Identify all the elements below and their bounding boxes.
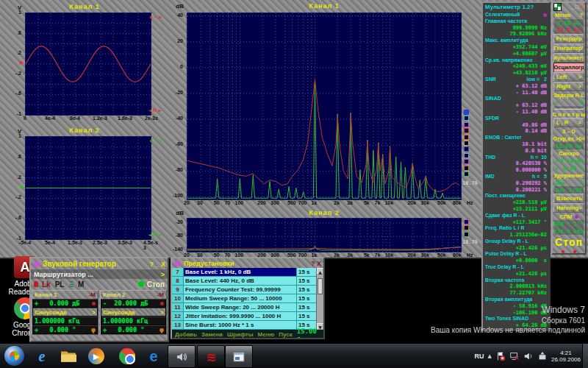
taskbar-clock[interactable]: 4:21 26.09.2006	[551, 350, 581, 363]
preset-row[interactable]: 12Jitter Imitation: 999.9990 ... 1000 H1…	[172, 312, 316, 321]
menu-value[interactable]: 10.00 ms	[554, 142, 584, 149]
generator-mode-m[interactable]: M	[78, 280, 84, 289]
close-button[interactable]: X	[317, 260, 321, 267]
menu-button[interactable]: Взвесить>	[553, 194, 584, 203]
menu-value[interactable]: БПФ * 2¹⁴	[554, 220, 584, 227]
chrome-taskbar-icon[interactable]	[118, 347, 137, 366]
preset-row[interactable]: 9Frequency Counter Test: 99.9999915 s	[172, 286, 316, 294]
menu-value[interactable]: Окт 1/24	[554, 186, 584, 194]
hidden-icons-arrow[interactable]: ▲	[488, 353, 492, 359]
legend-trace-swatch[interactable]	[464, 166, 469, 171]
preset-row[interactable]: 10Medium Sweep Range: 50 ... 1000015 s	[172, 294, 316, 303]
minimize-button[interactable]: _	[570, 4, 573, 10]
generator-titlebar[interactable]: ≋ Звуковой генератор ? _ X	[31, 258, 168, 269]
presets-footer-button[interactable]: Замена	[201, 331, 223, 338]
generator-stop-button[interactable]: Стоп	[138, 280, 165, 289]
channel-frequency-control[interactable]: 1.000000 кГц	[101, 316, 166, 325]
presets-window-controls[interactable]: ? X	[311, 260, 321, 267]
preset-row[interactable]: 8Base Level: 440 Hz, 0 dB15 s	[172, 277, 316, 286]
channel-frequency-control[interactable]: 1.000000 кГц	[32, 316, 98, 325]
menu-toggle[interactable]: СПМ	[553, 213, 585, 220]
file-explorer-icon[interactable]	[59, 347, 78, 366]
app-analyzer-button[interactable]	[168, 345, 196, 368]
scrollbar-thumb[interactable]	[318, 278, 323, 294]
legend-trace-swatch[interactable]	[464, 159, 469, 164]
generator-window-controls[interactable]: ? _ X	[149, 261, 165, 268]
edge-icon[interactable]: e	[144, 347, 163, 366]
menu-button[interactable]: Left>	[553, 72, 584, 82]
legend-trace-swatch[interactable]	[464, 141, 469, 146]
presets-footer-button[interactable]: Пуск	[279, 331, 292, 338]
legend-trace-swatch[interactable]	[464, 110, 469, 115]
action-center-flag-icon[interactable]	[495, 351, 506, 361]
trigger-level-marker[interactable]: ▶	[20, 184, 24, 190]
menu-value[interactable]: 176.4 kHz	[554, 227, 584, 235]
start-button[interactable]	[4, 346, 26, 367]
safely-remove-icon[interactable]	[537, 351, 548, 361]
menu-header[interactable]: Меню?	[553, 11, 585, 19]
channel-level-control[interactable]: - 20.000 дБ	[101, 299, 166, 308]
menu-value[interactable]: +0 канал	[553, 157, 585, 164]
waveform-selector[interactable]: Синусоида>	[101, 308, 166, 316]
legend-trace-swatch[interactable]	[464, 225, 469, 230]
close-button[interactable]: X	[581, 4, 584, 10]
generator-mode-pl[interactable]: PL	[55, 280, 65, 289]
scroll-down-icon[interactable]: ▼	[317, 323, 323, 330]
app-generator-button[interactable]: ≋	[197, 345, 225, 368]
menu-stop-button[interactable]: Стоп	[553, 235, 585, 249]
spectrum-plot[interactable]	[187, 218, 462, 252]
menu-button-генератор°[interactable]: Генератор°	[553, 43, 584, 53]
generator-mode-lk[interactable]: Lk	[42, 280, 51, 289]
menu-button-мультиметр[interactable]: Мультиметр	[553, 53, 584, 63]
media-player-icon[interactable]: ▶	[87, 347, 106, 366]
menu-button[interactable]: Right>	[553, 82, 584, 91]
preset-row[interactable]: 7Base Level: 1 kHz, 0 dB15 s	[172, 268, 316, 277]
presets-footer-button[interactable]: Меню	[258, 331, 275, 338]
channel-phase-control[interactable]: + 0.000 °φ	[101, 325, 166, 334]
trigger-level-marker[interactable]: ▶	[20, 60, 24, 66]
menu-value[interactable]: Лин1	[553, 179, 585, 186]
router-button[interactable]: Маршрутизатор ... >	[31, 269, 168, 279]
presets-footer-button[interactable]: Добавь	[175, 331, 197, 338]
spectrum-plot[interactable]	[187, 13, 462, 200]
presets-footer-button[interactable]: Шрифты	[227, 331, 254, 338]
menu-value[interactable]: +0	[553, 99, 585, 106]
show-desktop-button[interactable]	[582, 344, 588, 368]
maximize-button[interactable]: □	[576, 4, 579, 10]
legend-trace-swatch[interactable]	[464, 128, 469, 133]
network-status-icon[interactable]	[509, 351, 520, 361]
channel-phase-control[interactable]: + 0.000 °φ	[32, 325, 98, 334]
legend-trace-swatch[interactable]	[464, 146, 469, 152]
internet-explorer-icon[interactable]: e	[32, 347, 51, 366]
trigger-slope-indicator[interactable]: ◄ Π ►	[148, 107, 162, 113]
waveform-selector[interactable]: Синусоида>	[32, 308, 98, 316]
volume-icon[interactable]	[523, 351, 534, 361]
menu-button-selected[interactable]: Осциллогр	[553, 63, 584, 72]
menu-button[interactable]: Hanning>	[553, 203, 584, 213]
legend-trace-swatch[interactable]	[464, 116, 469, 121]
oscilloscope-plot[interactable]	[25, 136, 151, 240]
menu-button-рекордер[interactable]: Рекордер	[553, 34, 584, 43]
generator-mode-ξ[interactable]: Ξ	[68, 280, 73, 289]
menu-value[interactable]: 1.68 ms	[554, 19, 584, 26]
preset-row[interactable]: 11Wide Sweep Range: 20 ... 20000 H15 s	[172, 303, 316, 312]
menu-button[interactable]: L , R>	[553, 118, 584, 127]
legend-trace-swatch[interactable]	[464, 219, 469, 224]
menu-value[interactable]: +0.00 %	[553, 164, 585, 171]
legend-trace-swatch[interactable]	[464, 153, 469, 158]
legend-trace-swatch[interactable]	[464, 135, 469, 140]
language-indicator[interactable]: RU	[475, 353, 484, 360]
oscilloscope-plot[interactable]	[25, 13, 151, 116]
trigger-mode-indicator[interactable]: в ~ в	[149, 14, 162, 19]
menu-value[interactable]: 47.5 ms	[554, 26, 584, 34]
legend-trace-swatch[interactable]	[464, 122, 469, 127]
legend-trace-swatch[interactable]	[464, 232, 469, 237]
legend-trace-swatch[interactable]	[464, 171, 469, 177]
presets-scrollbar[interactable]: ▲ ▼	[316, 268, 323, 330]
presets-titlebar[interactable]: ≋ Предустановки ? X	[172, 258, 323, 268]
trigger-slope-indicator[interactable]: ◄ Π ►	[148, 232, 162, 237]
preset-row[interactable]: 13Sine Burst: 1000 Hz * 1 s15 s	[172, 321, 316, 330]
app-presets-button[interactable]	[225, 345, 253, 368]
scroll-up-icon[interactable]: ▲	[317, 268, 323, 275]
help-button[interactable]: ?	[311, 260, 315, 267]
